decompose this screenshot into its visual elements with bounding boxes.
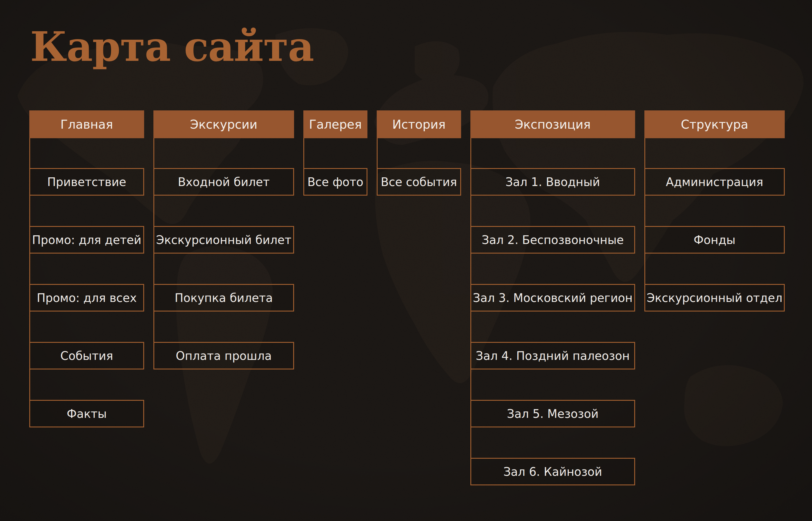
column-header-glavnaya[interactable]: Главная: [29, 110, 144, 138]
sitemap-node[interactable]: Зал 3. Московский регион: [470, 284, 635, 312]
page: { "page": { "title": "Карта сайта" }, "c…: [0, 0, 812, 521]
sitemap-column-istoriya: История Все события: [377, 110, 461, 196]
connector-line: [153, 196, 154, 226]
connector-line: [29, 196, 30, 226]
sitemap-node[interactable]: Оплата прошла: [153, 342, 294, 369]
column-header-label: Галерея: [309, 117, 362, 132]
sitemap-node[interactable]: События: [29, 342, 144, 369]
sitemap-node[interactable]: Промо: для детей: [29, 226, 144, 253]
connector-line: [470, 253, 471, 284]
connector-line: [29, 253, 30, 284]
sitemap-node[interactable]: Все события: [377, 168, 461, 196]
connector-line: [153, 138, 154, 168]
connector-line: [644, 138, 645, 168]
column-header-struktura[interactable]: Структура: [644, 110, 785, 138]
sitemap-node[interactable]: Приветствие: [29, 168, 144, 196]
connector-line: [470, 312, 471, 342]
sitemap-node[interactable]: Зал 1. Вводный: [470, 168, 635, 196]
connector-line: [153, 312, 154, 342]
sitemap-node[interactable]: Фонды: [644, 226, 785, 253]
column-header-label: Экскурсии: [190, 117, 257, 132]
connector-line: [470, 138, 471, 168]
sitemap-node[interactable]: Все фото: [303, 168, 367, 196]
sitemap-node[interactable]: Факты: [29, 400, 144, 427]
connector-line: [377, 138, 378, 168]
column-header-istoriya[interactable]: История: [377, 110, 461, 138]
connector-line: [470, 427, 471, 458]
sitemap-node[interactable]: Зал 6. Кайнозой: [470, 458, 635, 485]
sitemap-column-struktura: Структура АдминистрацияФондыЭкскурсионны…: [644, 110, 785, 312]
column-header-label: Экспозиция: [515, 117, 591, 132]
connector-line: [644, 196, 645, 226]
sitemap-node[interactable]: Промо: для всех: [29, 284, 144, 312]
connector-line: [153, 253, 154, 284]
column-header-ekspozitsiya[interactable]: Экспозиция: [470, 110, 635, 138]
sitemap-column-galereya: Галерея Все фото: [303, 110, 367, 196]
column-header-label: Главная: [60, 117, 113, 132]
sitemap-node[interactable]: Зал 4. Поздний палеозон: [470, 342, 635, 369]
connector-line: [470, 196, 471, 226]
column-header-ekskursii[interactable]: Экскурсии: [153, 110, 294, 138]
sitemap-node[interactable]: Экскурсионный билет: [153, 226, 294, 253]
sitemap-node[interactable]: Покупка билета: [153, 284, 294, 312]
column-header-label: История: [392, 117, 446, 132]
sitemap-node[interactable]: Входной билет: [153, 168, 294, 196]
column-header-galereya[interactable]: Галерея: [303, 110, 367, 138]
sitemap-node[interactable]: Зал 2. Беспозвоночные: [470, 226, 635, 253]
column-header-label: Структура: [681, 117, 748, 132]
sitemap-diagram: Главная ПриветствиеПромо: для детейПромо…: [29, 110, 785, 485]
connector-line: [470, 369, 471, 400]
sitemap-node[interactable]: Зал 5. Мезозой: [470, 400, 635, 427]
connector-line: [29, 312, 30, 342]
page-title: Карта сайта: [30, 25, 314, 68]
connector-line: [29, 369, 30, 400]
sitemap-node[interactable]: Администрация: [644, 168, 785, 196]
sitemap-column-ekskursii: Экскурсии Входной билетЭкскурсионный бил…: [153, 110, 294, 369]
connector-line: [644, 253, 645, 284]
sitemap-node[interactable]: Экскурсионный отдел: [644, 284, 785, 312]
sitemap-column-ekspozitsiya: Экспозиция Зал 1. ВводныйЗал 2. Беспозво…: [470, 110, 635, 485]
sitemap-column-glavnaya: Главная ПриветствиеПромо: для детейПромо…: [29, 110, 144, 427]
connector-line: [29, 138, 30, 168]
connector-line: [303, 138, 304, 168]
